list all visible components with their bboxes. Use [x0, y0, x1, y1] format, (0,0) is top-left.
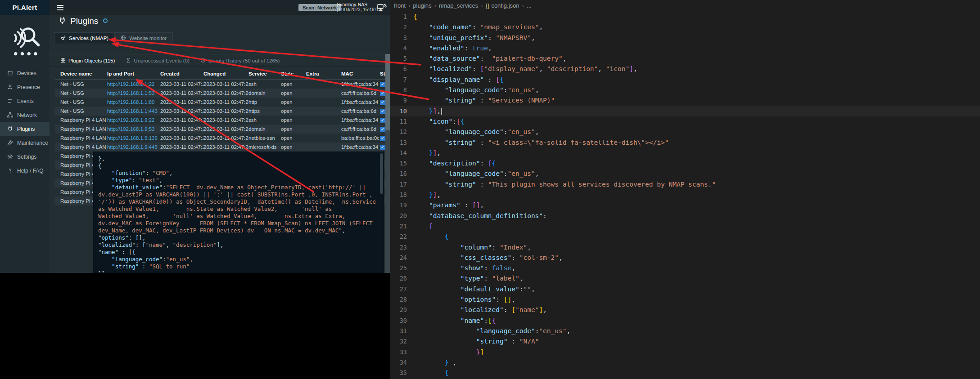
ip-port-link[interactable]: http://192.168.1.1:80: [107, 99, 155, 105]
status-checkbox[interactable]: ✓: [380, 91, 385, 96]
chevron-right-icon: ›: [481, 2, 483, 9]
cell: 2023-03-11 02:47:20: [160, 143, 203, 152]
code-line: 10 }],: [390, 106, 980, 116]
line-number: 26: [390, 273, 413, 284]
line-number: 15: [390, 158, 413, 169]
breadcrumb-item-nmap-services[interactable]: nmap_services: [439, 2, 478, 9]
column-header-device-name[interactable]: Device name: [55, 68, 107, 80]
plug-icon: [59, 17, 66, 26]
sidebar-item-help-faq[interactable]: Help / FAQ: [0, 164, 50, 178]
code-text: "database_column_definitions":: [413, 211, 547, 221]
cell: Net - USG: [55, 80, 107, 89]
table-row[interactable]: Raspberry Pi 4 LANhttp://192.168.1.9:222…: [55, 116, 390, 125]
code-text: "data_source": "pialert-db-query",: [413, 54, 567, 64]
column-header-service[interactable]: Service: [248, 68, 281, 80]
status-checkbox[interactable]: ✓: [380, 145, 385, 150]
sidebar-item-maintenance[interactable]: Maintenance: [0, 136, 50, 150]
status-checkbox[interactable]: ✓: [380, 100, 385, 105]
table-row[interactable]: Raspberry Pi 4 LANhttp://192.168.1.9:139…: [55, 134, 390, 143]
ip-port-link[interactable]: http://192.168.1.9:22: [107, 117, 155, 123]
code-text: "code_name": "nmap_services",: [413, 22, 543, 32]
menu-toggle-icon[interactable]: [50, 0, 69, 15]
scanner-icon[interactable]: [377, 3, 387, 13]
cell-ip: http://192.168.1.9:445: [107, 143, 160, 152]
breadcrumb-item-config-json[interactable]: {}config.json: [486, 2, 519, 9]
status-checkbox[interactable]: ✓: [380, 82, 385, 87]
editor-lines[interactable]: 1{2 "code_name": "nmap_services",3 "uniq…: [390, 12, 980, 379]
sidebar-item-settings[interactable]: Settings: [0, 150, 50, 164]
ip-port-link[interactable]: http://192.168.1.9:139: [107, 135, 158, 141]
overlay-code-line: "default_value":"SELECT dv.dev_Name as O…: [98, 184, 377, 234]
ip-port-link[interactable]: http://192.168.1.1:22: [107, 81, 155, 87]
brand-logo[interactable]: Pi.Alert: [0, 0, 50, 15]
cell: ssh: [248, 80, 281, 89]
tab-events-history-50-out-of-1265[interactable]: Events History (50 out of 1265): [195, 54, 285, 67]
ip-port-link[interactable]: http://192.168.1.1:53: [107, 90, 155, 96]
cell-ip: http://192.168.1.9:22: [107, 116, 160, 125]
column-header-extra[interactable]: Extra: [306, 68, 341, 80]
tab-unprocessed-events-0[interactable]: Unprocessed Events (0): [120, 54, 194, 67]
breadcrumb-item-[interactable]: ...: [527, 2, 532, 9]
table-row[interactable]: Raspberry Pi 4 LANhttp://192.168.1.9:445…: [55, 143, 390, 152]
table-row[interactable]: Net - USGhttp://192.168.1.1:222023-03-11…: [55, 80, 390, 89]
tab-plugin-objects-115[interactable]: Plugin Objects (115): [55, 54, 120, 67]
sidebar-item-events[interactable]: Events: [0, 94, 50, 108]
section-tabs: Plugin Objects (115)Unprocessed Events (…: [50, 54, 390, 67]
breadcrumb-item-plugins[interactable]: plugins: [413, 2, 431, 9]
ip-port-link[interactable]: http://192.168.1.1:443: [107, 108, 158, 114]
overlay-scrollbar[interactable]: [380, 153, 383, 194]
column-header-state[interactable]: State: [281, 68, 306, 80]
cell: [306, 98, 341, 107]
line-number: 8: [390, 85, 413, 95]
ip-port-link[interactable]: http://192.168.1.9:445: [107, 144, 158, 150]
cell: 1f:ba:ff:ca:ba:34: [341, 116, 380, 125]
breadcrumb-label: ...: [527, 2, 532, 9]
overlay-code-line: "language_code":"en_us",: [98, 256, 377, 263]
cell: 2023-03-11 02:47:20: [203, 125, 248, 134]
cell: 2023-03-11 02:47:20: [160, 98, 203, 107]
table-scrollbar[interactable]: [385, 54, 390, 273]
code-text: "show": false,: [413, 263, 515, 273]
status-checkbox[interactable]: ✓: [380, 127, 385, 132]
column-header-created[interactable]: Created: [160, 68, 203, 80]
code-text: } ,: [413, 357, 456, 368]
breadcrumb-item-front[interactable]: front: [394, 2, 406, 9]
table-scrollbar-thumb[interactable]: [385, 54, 390, 130]
line-number: 24: [390, 253, 413, 263]
code-text: {: [413, 12, 417, 22]
cell: open: [281, 89, 306, 98]
column-header-ip-and-port[interactable]: Ip and Port: [107, 68, 160, 80]
status-checkbox[interactable]: ✓: [380, 118, 385, 123]
sidebar-item-network[interactable]: Network: [0, 108, 50, 122]
text-cursor: [441, 108, 442, 115]
table-row[interactable]: Net - USGhttp://192.168.1.1:802023-03-11…: [55, 98, 390, 107]
line-number: 13: [390, 138, 413, 148]
cell: Net - USG: [55, 98, 107, 107]
status-checkbox[interactable]: ✓: [380, 136, 385, 141]
chevron-right-icon: ›: [408, 2, 410, 9]
column-header-mac[interactable]: MAC: [341, 68, 380, 80]
line-number: 18: [390, 190, 413, 200]
table-row[interactable]: Net - USGhttp://192.168.1.1:532023-03-11…: [55, 89, 390, 98]
cell: domain: [248, 89, 281, 98]
pialert-logo: [4, 18, 45, 64]
host-name: Synology-NAS: [337, 2, 382, 7]
sidebar-item-presence[interactable]: Presence: [0, 80, 50, 94]
sidebar-item-label: Plugins: [17, 126, 35, 132]
chevron-right-icon: ›: [522, 2, 524, 9]
column-header-changed[interactable]: Changed: [203, 68, 248, 80]
code-text: }],: [413, 148, 441, 158]
ip-port-link[interactable]: http://192.168.1.9:53: [107, 126, 155, 132]
sidebar-item-plugins[interactable]: Plugins: [0, 122, 50, 136]
code-line: 35 {: [390, 368, 980, 378]
info-dot-icon[interactable]: [103, 18, 108, 23]
table-row[interactable]: Raspberry Pi 4 LANhttp://192.168.1.9:532…: [55, 125, 390, 134]
tab-services-nmap[interactable]: Services (NMAP): [54, 32, 114, 44]
sidebar-item-devices[interactable]: Devices: [0, 66, 50, 80]
code-line: 4 "enabled": true,: [390, 43, 980, 54]
line-number: 23: [390, 242, 413, 253]
line-number: 25: [390, 263, 413, 273]
status-checkbox[interactable]: ✓: [380, 109, 385, 114]
table-row[interactable]: Net - USGhttp://192.168.1.1:4432023-03-1…: [55, 107, 390, 116]
tab-website-monitor[interactable]: Website monitor: [114, 32, 173, 44]
